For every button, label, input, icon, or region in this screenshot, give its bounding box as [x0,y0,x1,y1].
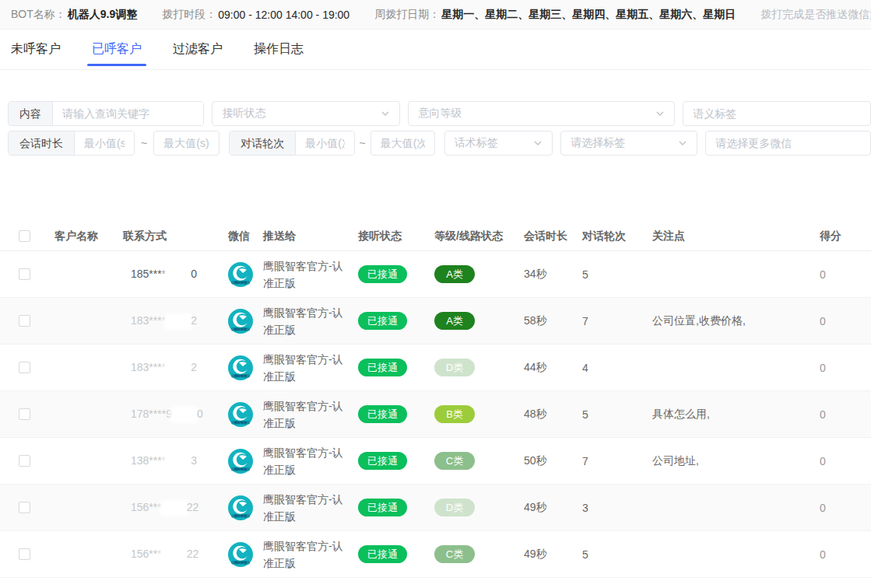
phone-prefix: 138**** [131,454,166,467]
phone-redaction [172,409,197,421]
col-score: 得分 [813,226,871,247]
customer-name-cell [48,505,117,511]
svg-text:鹰眼智客: 鹰眼智客 [234,374,248,378]
level-cell: A类 [428,262,518,286]
tilde-separator: ~ [360,137,366,149]
level-cell: D类 [428,495,518,520]
row-checkbox[interactable] [19,268,30,280]
tab-operation-log[interactable]: 操作日志 [254,30,304,70]
level-badge: D类 [434,359,475,376]
wechat-cell: 鹰眼智客 [222,492,257,523]
duration-min-input[interactable] [75,131,134,155]
script-tag-select[interactable]: 话术标签 [444,131,553,156]
customer-name-cell [48,271,117,278]
row-checkbox[interactable] [19,502,30,513]
customer-name-cell [48,365,117,371]
duration-filter: 会话时长 [8,131,135,156]
focus-cell [646,505,813,511]
duration-label: 会话时长 [9,131,75,155]
rounds-label: 对话轮次 [230,131,296,155]
intent-level-select[interactable]: 意向等级 [408,101,675,126]
table-row[interactable]: 183****2 鹰眼智客 鹰眼智客官方-认准正版 已接通 A类 58秒 7 公… [0,298,871,345]
weekday-value: 星期一、星期二、星期三、星期四、星期五、星期六、星期日 [441,8,736,22]
svg-text:鹰眼智客: 鹰眼智客 [234,281,248,285]
phone-redaction [166,269,191,281]
wechat-avatar-icon: 鹰眼智客 [228,402,253,427]
called-customers-table: 客户名称 联系方式 微信 推送给 接听状态 等级/线路状态 会话时长 对话轮次 … [0,222,871,578]
content-label: 内容 [9,102,53,125]
wechat-cell: 鹰眼智客 [222,306,257,337]
content-keyword-input[interactable] [53,102,203,125]
tab-bar: 未呼客户 已呼客户 过滤客户 操作日志 [0,30,871,70]
bot-info-bar: BOT名称： 机器人9.9调整 拨打时段： 09:00 - 12:00 14:0… [0,0,871,30]
rounds-min-input[interactable] [296,131,353,155]
wechat-avatar-icon: 鹰眼智客 [228,309,253,334]
phone-cell: 183****2 [117,358,222,377]
chevron-down-icon [533,138,543,148]
level-cell: D类 [428,355,518,380]
listen-status-cell: 已接通 [352,262,428,286]
duration-cell: 34秒 [518,264,576,285]
table-row[interactable]: 185****0 鹰眼智客 鹰眼智客官方-认准正版 已接通 A类 34秒 5 0 [0,251,871,298]
table-row[interactable]: 138****3 鹰眼智客 鹰眼智客官方-认准正版 已接通 C类 50秒 7 公… [0,438,871,485]
rounds-max-input[interactable] [371,131,435,156]
intent-level-placeholder: 意向等级 [418,107,462,121]
phone-suffix: 22 [187,548,199,560]
level-cell: B类 [428,402,518,426]
focus-cell: 公司地址, [646,451,813,471]
svg-text:鹰眼智客: 鹰眼智客 [234,514,248,518]
row-checkbox[interactable] [19,455,30,467]
table-row[interactable]: 183****2 鹰眼智客 鹰眼智客官方-认准正版 已接通 D类 44秒 4 0 [0,345,871,391]
tab-called[interactable]: 已呼客户 [92,30,142,70]
duration-cell: 49秒 [518,498,576,518]
more-wechat-input[interactable] [705,131,871,156]
duration-max-input[interactable] [153,131,220,156]
duration-cell: 49秒 [518,544,576,565]
select-all-checkbox[interactable] [19,230,30,242]
listen-status-badge: 已接通 [358,499,407,516]
listen-status-badge: 已接通 [358,405,407,423]
phone-cell: 185****0 [117,264,222,284]
tab-uncalled[interactable]: 未呼客户 [11,30,61,70]
wechat-cell: 鹰眼智客 [222,399,257,430]
row-checkbox[interactable] [19,362,30,373]
wechat-avatar-icon: 鹰眼智客 [228,542,253,567]
table-row[interactable]: 178****90 鹰眼智客 鹰眼智客官方-认准正版 已接通 B类 48秒 5 … [0,391,871,438]
focus-cell [646,365,813,371]
pushed-to-cell: 鹰眼智客官方-认准正版 [257,301,352,341]
listen-status-cell: 已接通 [352,449,428,473]
row-checkbox[interactable] [19,315,30,327]
phone-prefix: 178****9 [131,408,172,420]
listen-status-select[interactable]: 接听状态 [212,101,400,126]
pushed-to-cell: 鹰眼智客官方-认准正版 [257,534,352,575]
tab-filtered[interactable]: 过滤客户 [173,30,223,70]
listen-status-badge: 已接通 [358,359,407,376]
score-cell: 0 [813,545,871,564]
phone-redaction [166,362,191,374]
level-badge: C类 [434,452,475,470]
score-cell: 0 [813,452,871,471]
wechat-cell: 鹰眼智客 [222,446,257,477]
weekday-label: 周拨打日期： [374,8,440,22]
phone-prefix: 183**** [131,314,166,327]
wechat-cell: 鹰眼智客 [222,259,257,290]
pushed-to-cell: 鹰眼智客官方-认准正版 [257,394,352,435]
table-row[interactable]: 156***22 鹰眼智客 鹰眼智客官方-认准正版 已接通 D类 49秒 3 0 [0,485,871,531]
filter-panel: 内容 接听状态 意向等级 会话时长 ~ 对话轮次 ~ [0,101,871,156]
semantic-tag-input[interactable] [683,101,871,126]
row-checkbox[interactable] [19,408,30,420]
focus-cell [646,551,813,558]
level-badge: B类 [434,405,475,423]
phone-cell: 156***22 [117,544,222,564]
score-cell: 0 [813,405,871,424]
row-checkbox[interactable] [19,548,30,560]
tilde-separator: ~ [141,137,147,149]
table-body: 185****0 鹰眼智客 鹰眼智客官方-认准正版 已接通 A类 34秒 5 0… [0,251,871,578]
push-wechat-group: 拨打完成是否推送微信消 [760,8,871,22]
dial-time-group: 拨打时段： 09:00 - 12:00 14:00 - 19:00 [162,8,349,22]
duration-cell: 44秒 [518,358,576,378]
select-tag-select[interactable]: 请选择标签 [560,131,697,156]
table-row[interactable]: 156***22 鹰眼智客 鹰眼智客官方-认准正版 已接通 C类 49秒 5 0 [0,531,871,578]
dial-time-label: 拨打时段： [162,8,216,22]
wechat-cell: 鹰眼智客 [222,539,257,570]
